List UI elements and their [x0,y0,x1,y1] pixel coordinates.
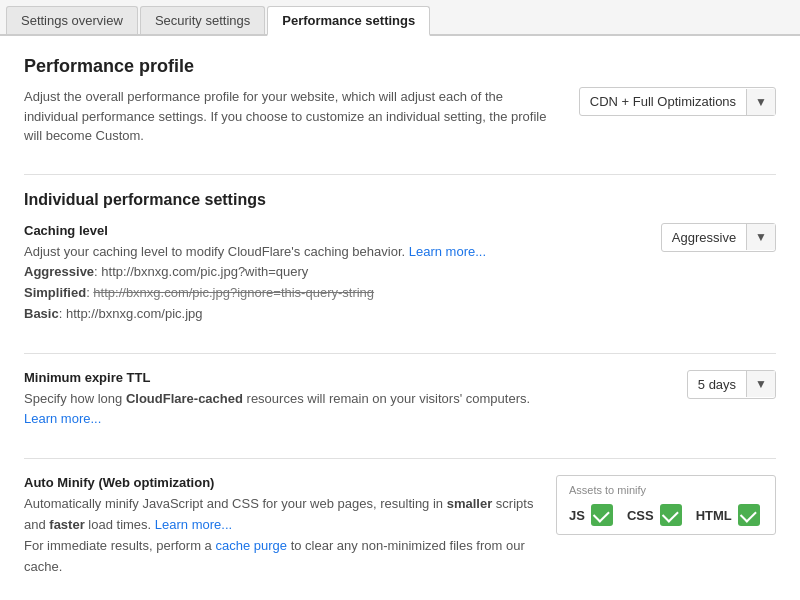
min-ttl-dropdown-label: 5 days [688,371,746,398]
divider-3 [24,458,776,459]
auto-minify-faster: faster [49,517,84,532]
setting-item-caching-level: Caching level Adjust your caching level … [24,223,776,329]
caching-level-basic-label: Basic [24,306,59,321]
css-toggle-btn[interactable] [660,504,682,526]
auto-minify-body: Automatically minify JavaScript and CSS … [24,494,536,577]
main-content: Performance profile Adjust the overall p… [0,36,800,600]
auto-minify-title: Auto Minify (Web optimization) [24,475,536,490]
cloudflare-cached-text: CloudFlare-cached [126,391,243,406]
caching-level-title: Caching level [24,223,576,238]
html-toggle-btn[interactable] [738,504,760,526]
caching-level-simplified-url: http://bxnxg.com/pic.jpg?ignore=this-que… [93,285,374,300]
setting-item-min-expire-ttl: Minimum expire TTL Specify how long Clou… [24,370,776,435]
divider-2 [24,353,776,354]
minify-toggle-js: JS [569,504,613,526]
caching-level-control: Aggressive ▼ [596,223,776,252]
caching-level-dropdown-arrow: ▼ [746,224,775,250]
auto-minify-desc: Auto Minify (Web optimization) Automatic… [24,475,556,577]
minify-box-title: Assets to minify [569,484,763,496]
performance-profile-dropdown[interactable]: CDN + Full Optimizations ▼ [579,87,776,116]
performance-profile-dropdown-label: CDN + Full Optimizations [580,88,746,115]
caching-level-dropdown-label: Aggressive [662,224,746,251]
minify-box: Assets to minify JS CSS HTML [556,475,776,535]
performance-profile-row: Adjust the overall performance profile f… [24,87,776,146]
min-expire-ttl-desc: Minimum expire TTL Specify how long Clou… [24,370,596,431]
caching-level-learn-more-link[interactable]: Learn more... [409,244,486,259]
tabs-bar: Settings overview Security settings Perf… [0,0,800,36]
min-expire-ttl-body: Specify how long CloudFlare-cached resou… [24,389,576,431]
cache-purge-link[interactable]: cache purge [215,538,287,553]
individual-settings-title: Individual performance settings [24,191,776,209]
minify-toggles: JS CSS HTML [569,504,763,526]
min-ttl-dropdown-arrow: ▼ [746,371,775,397]
performance-profile-control: CDN + Full Optimizations ▼ [579,87,776,116]
performance-profile-dropdown-arrow: ▼ [746,89,775,115]
caching-level-simplified-label: Simplified [24,285,86,300]
auto-minify-learn-more-link[interactable]: Learn more... [155,517,232,532]
tab-security-settings[interactable]: Security settings [140,6,265,34]
tab-performance-settings[interactable]: Performance settings [267,6,430,36]
caching-level-dropdown[interactable]: Aggressive ▼ [661,223,776,252]
minify-toggle-html: HTML [696,504,760,526]
min-ttl-dropdown[interactable]: 5 days ▼ [687,370,776,399]
auto-minify-control: Assets to minify JS CSS HTML [556,475,776,535]
minify-toggle-css: CSS [627,504,682,526]
setting-item-auto-minify: Auto Minify (Web optimization) Automatic… [24,475,776,581]
js-toggle-btn[interactable] [591,504,613,526]
performance-profile-title: Performance profile [24,56,776,77]
caching-level-desc: Caching level Adjust your caching level … [24,223,596,325]
divider-1 [24,174,776,175]
min-expire-ttl-title: Minimum expire TTL [24,370,576,385]
caching-level-body: Adjust your caching level to modify Clou… [24,242,576,325]
min-ttl-control: 5 days ▼ [596,370,776,399]
performance-profile-description: Adjust the overall performance profile f… [24,87,579,146]
caching-level-aggressive-label: Aggressive [24,264,94,279]
tab-settings-overview[interactable]: Settings overview [6,6,138,34]
min-ttl-learn-more-link[interactable]: Learn more... [24,411,101,426]
auto-minify-smaller: smaller [447,496,493,511]
